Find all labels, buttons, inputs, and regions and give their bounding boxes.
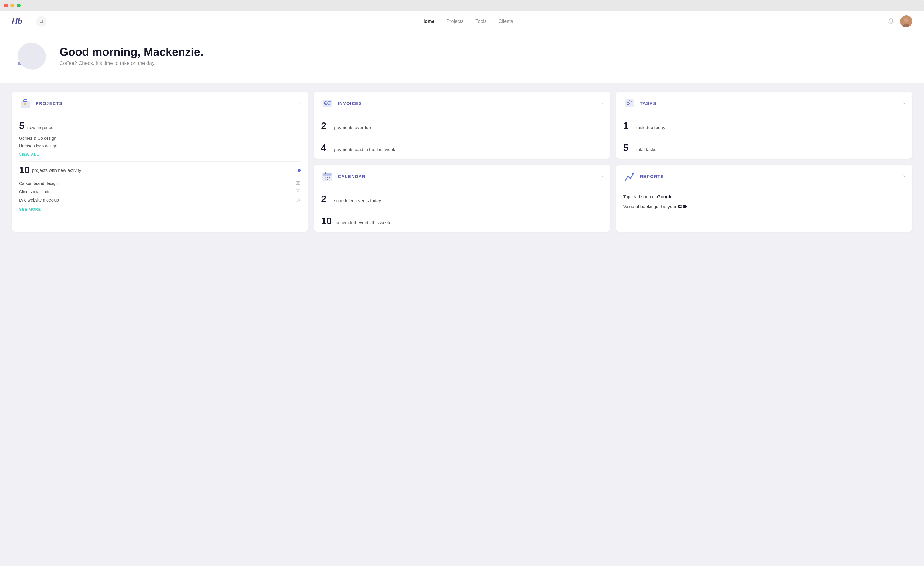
activity-count: 10 bbox=[19, 165, 30, 176]
task-due-count: 1 bbox=[623, 120, 632, 132]
window-chrome bbox=[0, 0, 924, 11]
svg-rect-15 bbox=[296, 181, 300, 184]
svg-rect-18 bbox=[296, 190, 300, 193]
calendar-stats: 2 scheduled events today 10 scheduled ev… bbox=[314, 188, 610, 232]
svg-line-1 bbox=[42, 22, 43, 23]
inquiry-item-1: Gomez & Co design bbox=[19, 134, 301, 142]
close-button[interactable] bbox=[4, 4, 8, 7]
inquiries-label: new inquiries bbox=[27, 125, 54, 130]
svg-rect-33 bbox=[323, 173, 332, 176]
svg-point-0 bbox=[40, 19, 42, 22]
user-avatar[interactable] bbox=[900, 15, 912, 27]
task-total-label: total tasks bbox=[636, 147, 657, 152]
task-stat-1: 1 task due today bbox=[616, 115, 912, 137]
see-more-link[interactable]: SEE MORE bbox=[19, 207, 301, 212]
chat-icon-2 bbox=[296, 189, 301, 195]
view-all-link[interactable]: VIEW ALL bbox=[19, 152, 301, 157]
activity-item-1: Carson brand design bbox=[19, 179, 301, 187]
invoices-chevron: › bbox=[601, 100, 603, 106]
tasks-chevron: › bbox=[903, 100, 905, 106]
svg-point-39 bbox=[325, 179, 326, 180]
nav-right bbox=[888, 15, 912, 27]
greeting-subtitle: Coffee? Check. It's time to take on the … bbox=[60, 60, 204, 66]
events-week-label: scheduled events this week bbox=[336, 220, 390, 225]
calendar-chevron: › bbox=[601, 174, 603, 179]
activity-dot bbox=[298, 169, 301, 172]
calendar-icon bbox=[321, 170, 333, 183]
logo[interactable]: Hb bbox=[12, 16, 22, 26]
svg-text:$: $ bbox=[325, 102, 327, 105]
tasks-card-header[interactable]: TASKS › bbox=[616, 91, 912, 115]
reports-card-header[interactable]: REPORTS › bbox=[616, 165, 912, 188]
overdue-label: payments overdue bbox=[334, 125, 370, 130]
tasks-card: TASKS › 1 task due today 5 total tasks bbox=[616, 91, 912, 159]
bookings-label: Value of bookings this year bbox=[623, 204, 676, 209]
navbar: Hb Home Projects Tools Clients bbox=[0, 11, 924, 32]
hero-section: Good morning, Mackenzie. Coffee? Check. … bbox=[0, 32, 924, 82]
events-today-count: 2 bbox=[321, 193, 330, 205]
sign-icon bbox=[296, 198, 301, 203]
tasks-title: TASKS bbox=[640, 101, 899, 106]
projects-chevron: › bbox=[299, 100, 301, 106]
reports-card: REPORTS › Top lead source: Google Value … bbox=[616, 165, 912, 232]
top-lead-label: Top lead source: bbox=[623, 194, 656, 199]
invoice-icon: $ bbox=[322, 97, 333, 109]
nav-home[interactable]: Home bbox=[421, 19, 434, 24]
calendar-card-header[interactable]: CALENDAR › bbox=[314, 165, 610, 188]
invoice-stat-2: 4 payments paid in the last week bbox=[314, 137, 610, 159]
svg-point-22 bbox=[299, 198, 300, 199]
projects-card: PROJECTS › 5 new inquiries Gomez & Co de… bbox=[12, 91, 308, 232]
calendar-card: CALENDAR › 2 scheduled events today 10 s… bbox=[314, 165, 610, 232]
reports-svg-icon bbox=[624, 171, 635, 182]
briefcase-icon bbox=[20, 97, 31, 109]
svg-point-36 bbox=[325, 177, 326, 178]
new-inquiries-stat: 5 new inquiries bbox=[19, 120, 301, 132]
inquiries-count: 5 bbox=[19, 120, 24, 132]
nav-clients[interactable]: Clients bbox=[499, 19, 513, 24]
paid-count: 4 bbox=[321, 142, 330, 153]
svg-point-3 bbox=[904, 18, 908, 22]
nav-projects[interactable]: Projects bbox=[447, 19, 464, 24]
svg-point-40 bbox=[327, 179, 328, 180]
calendar-title: CALENDAR bbox=[338, 174, 597, 179]
invoice-stat-1: 2 payments overdue bbox=[314, 115, 610, 137]
calendar-stat-1: 2 scheduled events today bbox=[314, 188, 610, 210]
bell-icon bbox=[888, 18, 894, 25]
checklist-icon bbox=[624, 97, 635, 109]
calendar-stat-2: 10 scheduled events this week bbox=[314, 210, 610, 232]
notifications-bell[interactable] bbox=[888, 18, 894, 25]
activity-label: projects with new activity bbox=[32, 168, 81, 173]
reports-title: REPORTS bbox=[640, 174, 899, 179]
paid-label: payments paid in the last week bbox=[334, 147, 395, 152]
minimize-button[interactable] bbox=[10, 4, 14, 7]
avatar-image bbox=[900, 15, 912, 27]
search-button[interactable] bbox=[36, 16, 47, 27]
projects-title: PROJECTS bbox=[36, 101, 295, 106]
bookings-value: $26k bbox=[678, 204, 687, 209]
projects-card-body: 5 new inquiries Gomez & Co design Harris… bbox=[12, 115, 308, 217]
bookings-row: Value of bookings this year $26k bbox=[623, 204, 905, 209]
tasks-stats: 1 task due today 5 total tasks bbox=[616, 115, 912, 159]
projects-icon bbox=[19, 97, 32, 109]
reports-chevron: › bbox=[903, 174, 905, 179]
events-week-count: 10 bbox=[321, 216, 332, 226]
projects-card-header[interactable]: PROJECTS › bbox=[12, 91, 308, 115]
nav-links: Home Projects Tools Clients bbox=[47, 19, 888, 24]
invoices-stats: 2 payments overdue 4 payments paid in th… bbox=[314, 115, 610, 159]
greeting-title: Good morning, Mackenzie. bbox=[60, 46, 204, 58]
reports-icon bbox=[623, 170, 636, 183]
task-stat-2: 5 total tasks bbox=[616, 137, 912, 159]
task-due-label: task due today bbox=[636, 125, 666, 130]
calendar-svg-icon bbox=[322, 171, 333, 182]
hero-text: Good morning, Mackenzie. Coffee? Check. … bbox=[60, 46, 204, 66]
svg-point-38 bbox=[329, 177, 330, 178]
events-today-label: scheduled events today bbox=[334, 198, 381, 203]
maximize-button[interactable] bbox=[16, 4, 21, 7]
svg-point-37 bbox=[327, 177, 328, 178]
invoices-title: INVOICES bbox=[338, 101, 597, 106]
nav-tools[interactable]: Tools bbox=[476, 19, 486, 24]
activity-header: 10 projects with new activity bbox=[19, 165, 301, 176]
activity-item-3: Lyle website mock-up bbox=[19, 196, 301, 204]
hero-illustration bbox=[12, 41, 51, 71]
invoices-card-header[interactable]: $ INVOICES › bbox=[314, 91, 610, 115]
